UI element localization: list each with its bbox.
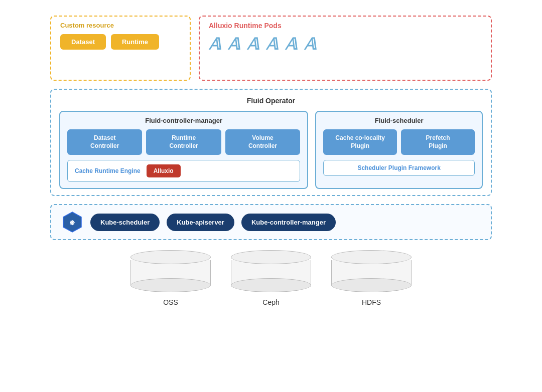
dataset-controller-button[interactable]: DatasetController bbox=[67, 129, 142, 155]
top-row: Custom resource Dataset Runtime Alluxio … bbox=[50, 16, 492, 81]
alluxio-icons: 𝔸 𝔸 𝔸 𝔸 𝔸 𝔸 bbox=[209, 35, 317, 54]
fluid-operator-title: Fluid Operator bbox=[59, 97, 483, 105]
ceph-label: Ceph bbox=[262, 298, 279, 306]
custom-resource-box: Custom resource Dataset Runtime bbox=[50, 16, 191, 81]
alluxio-icon-4: 𝔸 bbox=[266, 35, 279, 54]
diagram: Custom resource Dataset Runtime Alluxio … bbox=[45, 11, 497, 381]
prefetch-plugin-button[interactable]: PrefetchPlugin bbox=[401, 129, 475, 155]
storage-hdfs: HDFS bbox=[331, 250, 412, 306]
custom-resource-buttons: Dataset Runtime bbox=[60, 34, 159, 50]
kubernetes-icon: ⎈ bbox=[61, 211, 83, 233]
cache-colocality-button[interactable]: Cache co-localityPlugin bbox=[323, 129, 397, 155]
alluxio-icon-5: 𝔸 bbox=[285, 35, 298, 54]
scheduler-plugin-label: Scheduler Plugin Framework bbox=[357, 164, 440, 171]
alluxio-icon-3: 𝔸 bbox=[247, 35, 260, 54]
scheduler-plugin-row: Scheduler Plugin Framework bbox=[323, 160, 475, 176]
storage-row: OSS Ceph HDFS bbox=[50, 248, 492, 308]
scheduler-buttons: Cache co-localityPlugin PrefetchPlugin bbox=[323, 129, 475, 155]
alluxio-icon-6: 𝔸 bbox=[304, 35, 317, 54]
alluxio-pods-title: Alluxio Runtime Pods bbox=[209, 22, 282, 30]
cache-runtime-row: Cache Runtime Engine Alluxio bbox=[67, 160, 300, 182]
storage-ceph: Ceph bbox=[231, 250, 311, 306]
fluid-scheduler-box: Fluid-scheduler Cache co-localityPlugin … bbox=[315, 111, 483, 189]
alluxio-pods-box: Alluxio Runtime Pods 𝔸 𝔸 𝔸 𝔸 𝔸 𝔸 bbox=[199, 16, 492, 81]
svg-text:⎈: ⎈ bbox=[70, 218, 75, 227]
alluxio-icon-1: 𝔸 bbox=[209, 35, 222, 54]
kube-apiserver-button[interactable]: Kube-apiserver bbox=[167, 214, 234, 231]
fluid-controller-manager-box: Fluid-controller-manager DatasetControll… bbox=[59, 111, 308, 189]
fluid-operator-box: Fluid Operator Fluid-controller-manager … bbox=[50, 89, 492, 196]
storage-oss: OSS bbox=[130, 250, 211, 306]
fluid-scheduler-title: Fluid-scheduler bbox=[323, 117, 475, 124]
alluxio-icon-2: 𝔸 bbox=[228, 35, 241, 54]
volume-controller-button[interactable]: VolumeController bbox=[225, 129, 300, 155]
kubernetes-row: ⎈ Kube-scheduler Kube-apiserver Kube-con… bbox=[50, 204, 492, 240]
oss-label: OSS bbox=[163, 298, 178, 306]
runtime-controller-button[interactable]: RuntimeController bbox=[146, 129, 221, 155]
fluid-operator-inner: Fluid-controller-manager DatasetControll… bbox=[59, 111, 483, 189]
dataset-button[interactable]: Dataset bbox=[60, 34, 106, 50]
fluid-controller-title: Fluid-controller-manager bbox=[67, 117, 300, 124]
kube-scheduler-button[interactable]: Kube-scheduler bbox=[90, 214, 160, 231]
runtime-button[interactable]: Runtime bbox=[111, 34, 159, 50]
hdfs-label: HDFS bbox=[362, 298, 381, 306]
kube-controller-button[interactable]: Kube-controller-manger bbox=[241, 214, 336, 231]
controller-buttons: DatasetController RuntimeController Volu… bbox=[67, 129, 300, 155]
cache-runtime-label: Cache Runtime Engine bbox=[75, 167, 141, 174]
alluxio-button[interactable]: Alluxio bbox=[147, 164, 181, 177]
custom-resource-title: Custom resource bbox=[60, 22, 114, 29]
